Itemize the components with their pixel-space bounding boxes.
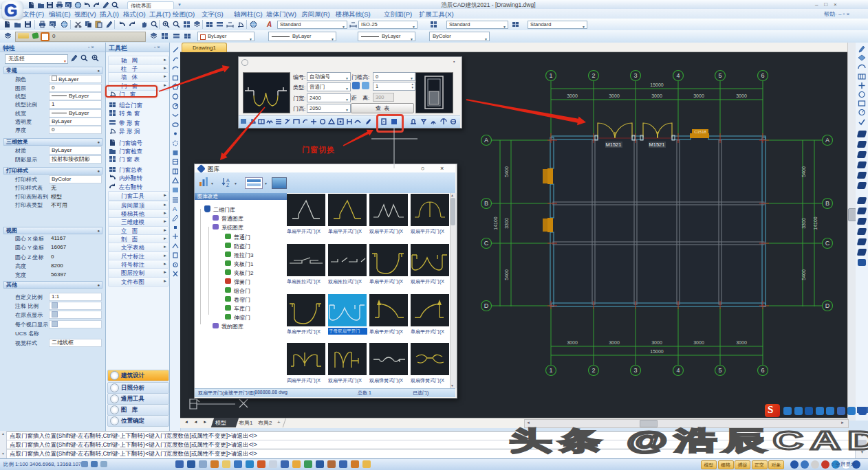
svg-text:5400: 5400 [504,166,509,177]
svg-text:2: 2 [592,72,595,79]
svg-text:5400: 5400 [504,269,509,280]
svg-text:3: 3 [633,72,637,79]
svg-text:3: 3 [633,367,637,374]
svg-text:3000: 3000 [736,340,747,345]
svg-text:3000: 3000 [693,340,704,345]
svg-text:14100: 14100 [493,216,498,230]
svg-text:3000: 3000 [651,340,662,345]
svg-text:6: 6 [761,72,764,79]
svg-text:3300: 3300 [801,218,806,229]
svg-text:A: A [226,178,230,183]
svg-text:A: A [484,137,488,144]
svg-text:M1521: M1521 [606,142,622,148]
svg-text:D: D [825,302,830,309]
svg-text:3000: 3000 [651,93,662,98]
svg-text:3000: 3000 [567,93,578,98]
svg-text:A: A [825,137,829,144]
svg-text:D: D [484,302,489,309]
svg-text:B: B [825,200,829,207]
svg-text:C: C [484,240,489,247]
svg-text:4: 4 [676,367,680,374]
svg-text:5: 5 [718,72,721,79]
svg-text:5400: 5400 [801,166,806,177]
svg-text:5400: 5400 [801,269,806,280]
svg-text:1: 1 [549,72,552,79]
svg-text:15000: 15000 [650,82,664,87]
svg-text:3000: 3000 [567,340,578,345]
svg-text:Z: Z [226,183,230,188]
svg-text:3000: 3000 [609,93,620,98]
svg-text:3300: 3300 [504,218,509,229]
svg-text:6: 6 [761,367,764,374]
svg-text:C: C [825,240,830,247]
svg-text:2: 2 [592,367,595,374]
svg-text:4: 4 [676,72,680,79]
svg-text:M1521: M1521 [649,142,665,148]
svg-text:B: B [484,200,488,207]
svg-text:1: 1 [549,367,552,374]
svg-text:3000: 3000 [693,93,704,98]
svg-text:5: 5 [718,367,721,374]
svg-text:C1518: C1518 [694,130,706,134]
svg-text:14100: 14100 [813,216,818,230]
svg-text:A: A [173,205,177,212]
svg-text:15000: 15000 [650,349,664,354]
svg-text:3000: 3000 [736,93,747,98]
svg-text:3000: 3000 [609,340,620,345]
